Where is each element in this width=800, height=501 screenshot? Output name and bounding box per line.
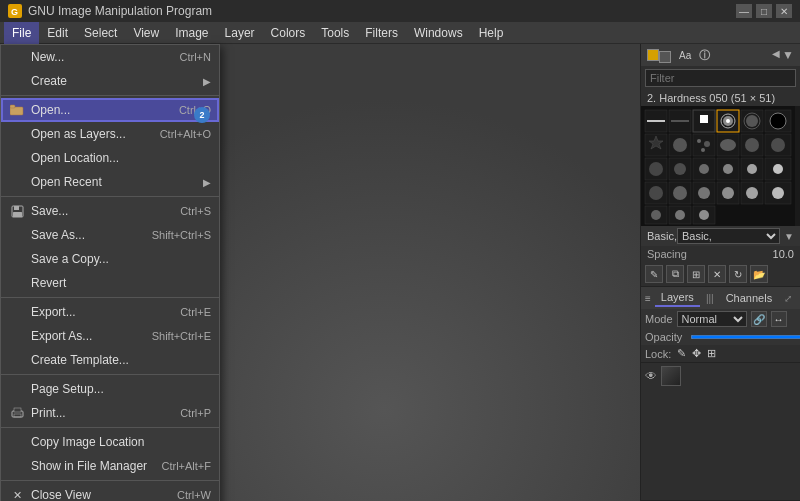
tab-channels[interactable]: Channels bbox=[720, 290, 778, 306]
save-icon bbox=[9, 203, 25, 219]
menu-layer[interactable]: Layer bbox=[217, 22, 263, 44]
window-controls[interactable]: — □ ✕ bbox=[736, 4, 792, 18]
panel-collapse-left[interactable]: ◀ bbox=[772, 48, 780, 62]
menu-windows[interactable]: Windows bbox=[406, 22, 471, 44]
spacing-row: Spacing 10.0 bbox=[641, 246, 800, 262]
menu-item-print[interactable]: Print... Ctrl+P bbox=[1, 401, 219, 425]
menu-item-copy-location-label: Copy Image Location bbox=[31, 435, 144, 449]
menu-item-page-setup[interactable]: Page Setup... bbox=[1, 377, 219, 401]
svg-point-39 bbox=[771, 138, 785, 152]
basic-select[interactable]: Basic, bbox=[677, 228, 780, 244]
menu-item-close-view-shortcut: Ctrl+W bbox=[177, 489, 211, 501]
menu-item-new[interactable]: New... Ctrl+N bbox=[1, 45, 219, 69]
brush-refresh-icon[interactable]: ↻ bbox=[729, 265, 747, 283]
mode-chain-icon[interactable]: 🔗 bbox=[751, 311, 767, 327]
svg-rect-16 bbox=[700, 115, 708, 123]
menu-item-print-shortcut: Ctrl+P bbox=[180, 407, 211, 419]
lock-move-icon[interactable]: ✥ bbox=[692, 347, 701, 360]
spacing-value: 10.0 bbox=[773, 248, 794, 260]
separator-5 bbox=[1, 427, 219, 428]
svg-point-33 bbox=[701, 148, 705, 152]
menu-item-open-location[interactable]: Open Location... bbox=[1, 146, 219, 170]
menu-item-export[interactable]: Export... Ctrl+E bbox=[1, 300, 219, 324]
tab-layers[interactable]: Layers bbox=[655, 289, 700, 307]
lock-row: Lock: ✎ ✥ ⊞ bbox=[641, 345, 800, 363]
menu-view[interactable]: View bbox=[125, 22, 167, 44]
layer-item-0[interactable]: 👁 bbox=[641, 363, 800, 389]
lock-label: Lock: bbox=[645, 348, 671, 360]
brush-filter-input[interactable] bbox=[645, 69, 796, 87]
layer-visibility-icon[interactable]: 👁 bbox=[645, 369, 657, 383]
svg-point-69 bbox=[699, 210, 709, 220]
separator-2 bbox=[1, 196, 219, 197]
svg-rect-3 bbox=[10, 105, 15, 108]
menu-item-save[interactable]: Save... Ctrl+S bbox=[1, 199, 219, 223]
menu-item-open-layers[interactable]: Open as Layers... Ctrl+Alt+O bbox=[1, 122, 219, 146]
menu-item-save-as[interactable]: Save As... Shift+Ctrl+S bbox=[1, 223, 219, 247]
opacity-label: Opacity bbox=[645, 331, 682, 343]
panel-collapse-down[interactable]: ▼ bbox=[782, 48, 794, 62]
svg-point-57 bbox=[698, 187, 710, 199]
menu-edit[interactable]: Edit bbox=[39, 22, 76, 44]
menu-item-open[interactable]: Open... Ctrl+O bbox=[1, 98, 219, 122]
menu-image[interactable]: Image bbox=[167, 22, 216, 44]
menu-item-close-view[interactable]: ✕ Close View Ctrl+W bbox=[1, 483, 219, 501]
brush-edit-icon[interactable]: ✎ bbox=[645, 265, 663, 283]
brush-preview-svg bbox=[641, 106, 795, 226]
opacity-slider[interactable] bbox=[690, 335, 800, 339]
brush-grid-icon[interactable]: ⊞ bbox=[687, 265, 705, 283]
menu-item-revert[interactable]: Revert bbox=[1, 271, 219, 295]
title-bar-left: G GNU Image Manipulation Program bbox=[8, 4, 212, 18]
menu-item-create-template[interactable]: Create Template... bbox=[1, 348, 219, 372]
brush-name: 2. Hardness 050 (51 × 51) bbox=[641, 90, 800, 106]
separator-1 bbox=[1, 95, 219, 96]
menu-select[interactable]: Select bbox=[76, 22, 125, 44]
svg-point-35 bbox=[720, 139, 736, 151]
maximize-button[interactable]: □ bbox=[756, 4, 772, 18]
separator-3 bbox=[1, 297, 219, 298]
lock-all-icon[interactable]: ⊞ bbox=[707, 347, 716, 360]
mode-select[interactable]: Normal bbox=[677, 311, 747, 327]
svg-rect-30 bbox=[693, 134, 715, 156]
menu-help[interactable]: Help bbox=[471, 22, 512, 44]
svg-point-59 bbox=[722, 187, 734, 199]
export-icon bbox=[9, 304, 25, 320]
menu-item-open-location-label: Open Location... bbox=[31, 151, 119, 165]
open-icon bbox=[9, 102, 25, 118]
menu-item-create-template-label: Create Template... bbox=[31, 353, 129, 367]
menu-tools[interactable]: Tools bbox=[313, 22, 357, 44]
menu-colors[interactable]: Colors bbox=[263, 22, 314, 44]
svg-point-37 bbox=[745, 138, 759, 152]
svg-point-67 bbox=[675, 210, 685, 220]
svg-point-49 bbox=[747, 164, 757, 174]
layers-panel-header: ≡ Layers ||| Channels ⤢ Paths ▼ bbox=[641, 287, 800, 309]
print-icon bbox=[9, 405, 25, 421]
menu-item-copy-location[interactable]: Copy Image Location bbox=[1, 430, 219, 454]
brush-copy-icon[interactable]: ⧉ bbox=[666, 265, 684, 283]
svg-point-61 bbox=[746, 187, 758, 199]
foreground-color-swatch[interactable] bbox=[647, 49, 659, 61]
export-as-icon bbox=[9, 328, 25, 344]
layers-section: ≡ Layers ||| Channels ⤢ Paths ▼ Mode Nor… bbox=[641, 287, 800, 501]
menu-filters[interactable]: Filters bbox=[357, 22, 406, 44]
menu-item-show-file-manager-label: Show in File Manager bbox=[31, 459, 147, 473]
background-color-swatch[interactable] bbox=[659, 51, 671, 63]
basic-dropdown-arrow[interactable]: ▼ bbox=[784, 231, 794, 242]
menu-file[interactable]: File bbox=[4, 22, 39, 44]
close-button[interactable]: ✕ bbox=[776, 4, 792, 18]
menu-item-create[interactable]: Create ▶ bbox=[1, 69, 219, 93]
brush-tool-icons: ✎ ⧉ ⊞ ✕ ↻ 📂 bbox=[641, 262, 800, 286]
brush-open-icon[interactable]: 📂 bbox=[750, 265, 768, 283]
menu-item-show-file-manager[interactable]: Show in File Manager Ctrl+Alt+F bbox=[1, 454, 219, 478]
mode-extra-icon[interactable]: ↔ bbox=[771, 311, 787, 327]
menu-item-open-recent[interactable]: Open Recent ▶ bbox=[1, 170, 219, 194]
svg-point-51 bbox=[773, 164, 783, 174]
layers-collapse-icon[interactable]: ≡ bbox=[645, 293, 651, 304]
brushes-info-icon[interactable]: ⓘ bbox=[699, 48, 710, 63]
menu-item-save-copy[interactable]: Save a Copy... bbox=[1, 247, 219, 271]
brush-delete-icon[interactable]: ✕ bbox=[708, 265, 726, 283]
minimize-button[interactable]: — bbox=[736, 4, 752, 18]
lock-pixel-icon[interactable]: ✎ bbox=[677, 347, 686, 360]
svg-point-41 bbox=[649, 162, 663, 176]
menu-item-export-as[interactable]: Export As... Shift+Ctrl+E bbox=[1, 324, 219, 348]
